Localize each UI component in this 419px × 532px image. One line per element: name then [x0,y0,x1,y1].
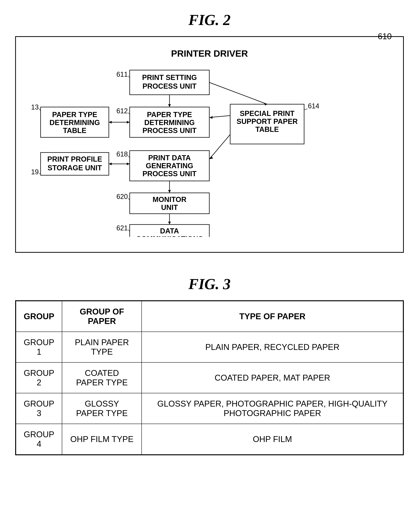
col-header-type-of-paper: TYPE OF PAPER [142,301,403,332]
cell-type-of-paper: PLAIN PAPER, RECYCLED PAPER [142,332,403,362]
cell-type-of-paper: COATED PAPER, MAT PAPER [142,362,403,393]
svg-line-59 [209,135,230,159]
fig2-label-610: 610 [378,32,392,41]
svg-text:620: 620 [117,193,128,201]
table-header-row: GROUP GROUP OF PAPER TYPE OF PAPER [16,301,403,332]
fig3-table-wrapper: GROUP GROUP OF PAPER TYPE OF PAPER GROUP… [15,300,404,455]
cell-group: GROUP 4 [16,424,62,455]
svg-text:PAPER TYPE: PAPER TYPE [147,111,192,119]
cell-group: GROUP 2 [16,362,62,393]
svg-text:618: 618 [117,150,128,158]
fig2-title: FIG. 2 [15,11,404,29]
fig3-title: FIG. 3 [15,276,404,293]
svg-text:DETERMINING: DETERMINING [50,119,100,127]
svg-text:SPECIAL PRINT: SPECIAL PRINT [240,110,295,117]
svg-text:PRINT PROFILE: PRINT PROFILE [47,155,102,163]
svg-text:611: 611 [117,70,128,78]
table-row: GROUP 2COATED PAPER TYPECOATED PAPER, MA… [16,362,403,393]
svg-text:613: 613 [31,103,39,111]
svg-marker-58 [209,116,213,119]
fig3-section: FIG. 3 GROUP GROUP OF PAPER TYPE OF PAPE… [15,276,404,455]
svg-marker-18 [127,121,130,124]
cell-group-of-paper: OHP FILM TYPE [62,424,142,455]
fig3-table: GROUP GROUP OF PAPER TYPE OF PAPER GROUP… [16,301,403,455]
svg-line-54 [304,109,307,110]
col-header-group: GROUP [16,301,62,332]
svg-text:COMMUNICATIONS: COMMUNICATIONS [136,235,203,237]
table-row: GROUP 4OHP FILM TYPEOHP FILM [16,424,403,455]
svg-text:PROCESS UNIT: PROCESS UNIT [142,127,196,135]
svg-text:614: 614 [308,102,319,110]
svg-text:621: 621 [117,224,128,232]
svg-marker-40 [168,190,171,193]
svg-marker-56 [168,104,171,107]
svg-text:PROCESS UNIT: PROCESS UNIT [142,170,196,178]
svg-marker-33 [109,163,112,165]
cell-type-of-paper: OHP FILM [142,424,403,455]
svg-text:GENERATING: GENERATING [146,162,193,170]
svg-text:MONITOR: MONITOR [153,196,186,203]
cell-group: GROUP 1 [16,332,62,362]
cell-type-of-paper: GLOSSY PAPER, PHOTOGRAPHIC PAPER, HIGH-Q… [142,393,403,424]
svg-marker-19 [109,121,112,124]
svg-text:SUPPORT PAPER: SUPPORT PAPER [237,117,298,126]
cell-group-of-paper: GLOSSY PAPER TYPE [62,393,142,424]
cell-group: GROUP 3 [16,393,62,424]
cell-group-of-paper: PLAIN PAPER TYPE [62,332,142,362]
printer-driver-label: PRINTER DRIVER [31,48,388,59]
svg-text:PAPER TYPE: PAPER TYPE [52,111,97,119]
svg-text:STORAGE UNIT: STORAGE UNIT [48,164,102,172]
svg-text:PRINT SETTING: PRINT SETTING [142,74,197,81]
table-row: GROUP 1PLAIN PAPER TYPEPLAIN PAPER, RECY… [16,332,403,362]
svg-marker-32 [127,163,130,165]
diagram-svg: PRINT SETTING PROCESS UNIT 611 PAPER TYP… [31,66,388,237]
svg-text:DETERMINING: DETERMINING [144,119,195,127]
svg-marker-60 [209,156,213,159]
svg-text:UNIT: UNIT [161,203,178,211]
svg-text:TABLE: TABLE [255,126,279,133]
svg-text:TABLE: TABLE [63,127,86,135]
fig2-diagram: 610 PRINTER DRIVER PRINT SETTING PROCESS… [15,36,404,253]
svg-text:PRINT DATA: PRINT DATA [148,154,191,162]
svg-text:612: 612 [117,107,128,115]
svg-text:PROCESS UNIT: PROCESS UNIT [142,82,196,90]
svg-line-61 [209,82,267,104]
svg-text:619: 619 [31,168,39,176]
svg-marker-48 [168,222,171,225]
table-row: GROUP 3GLOSSY PAPER TYPEGLOSSY PAPER, PH… [16,393,403,424]
cell-group-of-paper: COATED PAPER TYPE [62,362,142,393]
col-header-group-of-paper: GROUP OF PAPER [62,301,142,332]
svg-text:DATA: DATA [160,227,179,235]
